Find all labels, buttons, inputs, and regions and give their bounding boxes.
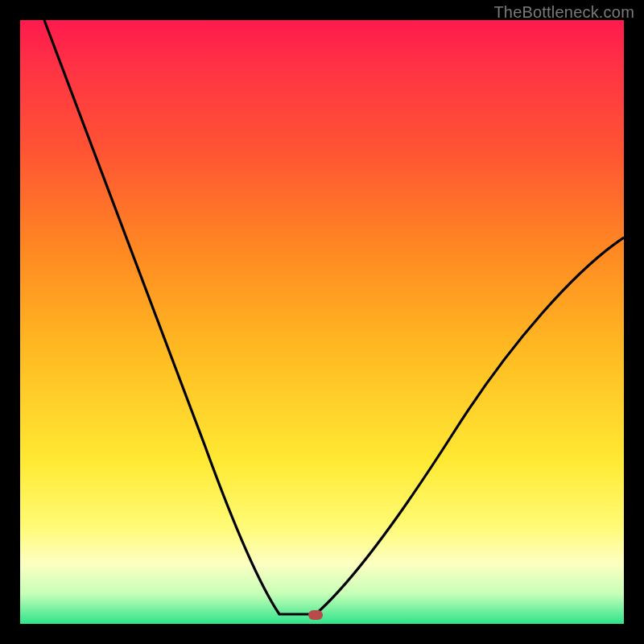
optimal-marker	[308, 610, 323, 620]
bottleneck-curve	[20, 20, 624, 624]
plot-area	[20, 20, 624, 624]
watermark-text: TheBottleneck.com	[493, 3, 634, 22]
curve-path	[44, 20, 624, 614]
chart-frame: TheBottleneck.com	[0, 0, 644, 644]
